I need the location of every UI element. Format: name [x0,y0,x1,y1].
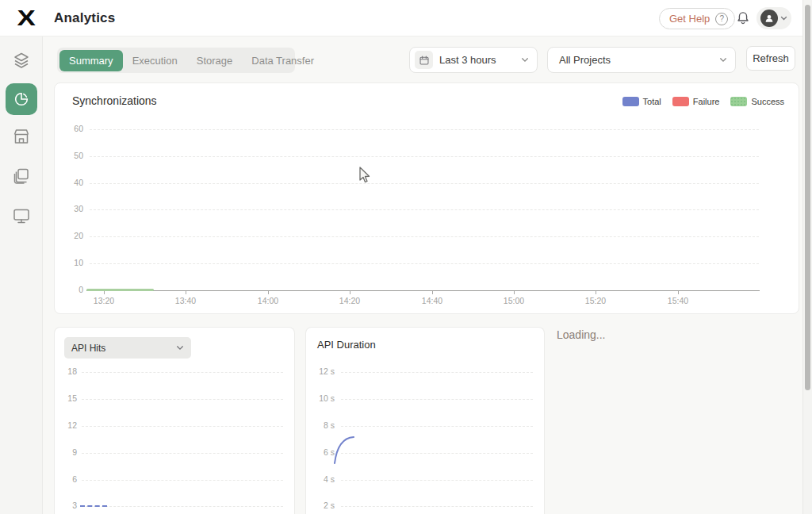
api-hits-panel: API Hits 18 15 12 9 6 3 [54,327,295,514]
mouse-cursor [358,167,371,184]
get-help-label: Get Help [669,13,710,25]
sidebar-item-analytics[interactable] [6,83,37,115]
x-tickmark [186,291,186,294]
gridline [82,372,283,373]
project-filter-value: All Projects [559,54,719,66]
gridline [82,506,283,507]
monitor-icon [12,206,31,225]
x-tickmark [104,291,105,294]
legend-label-success: Success [751,97,784,106]
x-tickmark [514,291,515,294]
analytics-tab-bar: Summary Execution Storage Data Transfer [57,48,295,73]
x-tick: 15:00 [496,296,531,305]
x-tickmark [432,291,433,294]
x-tick: 14:40 [415,296,450,305]
y-tick: 0 [61,285,83,294]
gridline [82,426,283,427]
y-tick: 40 [61,178,83,187]
gridline [90,183,759,184]
project-filter-dropdown[interactable]: All Projects [547,47,736,73]
legend-item-success[interactable]: Success [730,97,784,106]
x-tickmark [596,291,596,294]
synchronizations-title: Synchronizations [72,94,157,107]
x-tick: 15:40 [661,296,695,305]
account-menu[interactable] [756,7,791,29]
success-series-line [86,289,154,291]
sidebar-item-layers[interactable] [12,51,31,70]
tab-storage[interactable]: Storage [187,50,243,71]
time-range-value: Last 3 hours [439,54,515,66]
scrollbar-thumb[interactable] [805,5,810,390]
success-swatch [730,97,747,106]
left-sidebar [0,36,43,514]
gridline [82,453,283,454]
synchronizations-panel: Synchronizations Total Failure Success 6… [54,82,799,314]
loading-indicator: Loading... [557,328,606,341]
y-tick: 10 [61,258,83,267]
y-tick: 15 [61,393,77,403]
calendar-icon [415,51,433,69]
refresh-button[interactable]: Refresh [746,46,795,71]
api-hits-metric-dropdown[interactable]: API Hits [64,337,191,359]
store-icon [12,127,31,146]
api-hits-series-line [80,505,107,507]
x-axis-line [86,290,760,291]
x-tickmark [268,291,269,294]
api-duration-panel: API Duration 12 s 10 s 8 s 6 s 4 s 2 s [305,327,545,514]
api-hits-metric-value: API Hits [71,343,176,354]
y-tick: 3 [61,501,77,510]
time-range-dropdown[interactable]: Last 3 hours [409,47,538,73]
y-tick: 12 [61,420,77,430]
x-tick: 13:40 [168,296,203,305]
legend-item-failure[interactable]: Failure [672,97,720,106]
y-tick: 9 [61,447,77,457]
x-tick: 14:00 [251,296,285,305]
gridline [90,156,759,157]
chevron-down-icon [521,57,529,63]
total-swatch [622,97,639,106]
failure-swatch [672,97,689,106]
chevron-down-icon [780,16,787,21]
y-tick: 50 [61,151,83,160]
gridline [90,209,759,210]
gridline [82,399,283,400]
help-question-icon: ? [715,13,728,25]
tab-summary[interactable]: Summary [59,50,123,71]
api-duration-series-line [306,328,546,514]
sidebar-item-marketplace[interactable] [12,127,31,146]
gridline [82,480,283,481]
page-title: Analytics [54,10,115,26]
notifications-bell-icon[interactable] [735,10,751,26]
x-tickmark [350,291,350,294]
x-tick: 15:20 [578,296,613,305]
gridline [90,236,759,237]
legend-item-total[interactable]: Total [622,97,661,106]
x-tick: 13:20 [86,296,121,305]
tab-execution[interactable]: Execution [123,50,187,71]
x-tick: 14:20 [332,296,367,305]
top-header: X Analytics Get Help ? [0,0,812,36]
tab-data-transfer[interactable]: Data Transfer [242,50,324,71]
y-tick: 20 [61,231,83,240]
chevron-down-icon [719,57,727,63]
vertical-scrollbar[interactable] [802,0,812,514]
legend-label-failure: Failure [693,97,720,106]
analytics-page: X Analytics Get Help ? [0,0,812,514]
y-tick: 60 [61,124,83,133]
sidebar-item-monitor[interactable] [12,206,31,225]
gridline [90,263,759,264]
chart-legend: Total Failure Success [622,97,784,106]
y-tick: 18 [61,366,77,376]
y-tick: 30 [61,204,83,213]
get-help-button[interactable]: Get Help ? [659,8,735,29]
sidebar-item-instances[interactable] [12,167,31,186]
pie-chart-icon [13,90,30,108]
app-logo[interactable]: X [6,5,45,32]
x-tickmark [678,291,679,294]
y-tick: 6 [61,474,77,484]
user-avatar-icon [760,10,778,27]
legend-label-total: Total [643,97,661,106]
copies-icon [12,167,31,186]
layers-icon [12,51,31,70]
chevron-down-icon [176,345,184,351]
